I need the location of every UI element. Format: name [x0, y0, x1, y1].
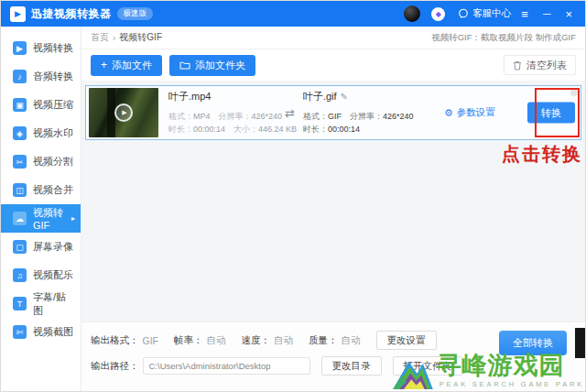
- quality-value: 自动: [342, 334, 361, 347]
- sidebar-item-subtitle-sticker[interactable]: T 字幕/贴图: [1, 289, 81, 318]
- open-folder-button[interactable]: 打开文件夹: [393, 356, 463, 376]
- add-folder-button[interactable]: 添加文件夹: [169, 55, 255, 76]
- sidebar-item-screen-record[interactable]: ▢ 屏幕录像: [1, 233, 81, 261]
- sidebar-item-label: 视频截图: [33, 325, 73, 339]
- chat-bubble-icon: [458, 8, 469, 19]
- remove-file-icon[interactable]: [570, 89, 578, 96]
- video-watermark-icon: ◈: [13, 126, 27, 140]
- source-size: 446.24 KB: [258, 125, 297, 134]
- edit-pencil-icon[interactable]: ✎: [341, 92, 348, 102]
- sidebar-item-audio-convert[interactable]: ♪ 音频转换: [1, 62, 81, 91]
- menu-icon[interactable]: ≡: [516, 8, 533, 20]
- target-file-name: 叶子.gif✎: [303, 90, 439, 103]
- video-split-icon: ✂: [13, 155, 27, 169]
- sidebar-item-video-watermark[interactable]: ◈ 视频水印: [1, 119, 81, 147]
- main-panel: 首页 › 视频转GIF 视频转GIF：截取视频片段 制作成GIF + 添加文件 …: [81, 27, 585, 392]
- quality-label: 质量：: [309, 334, 338, 347]
- sidebar-item-label: 视频水印: [33, 126, 73, 140]
- video-thumbnail[interactable]: ▶: [89, 88, 158, 137]
- sidebar-item-label: 音频转换: [33, 70, 73, 83]
- sidebar-item-video-screenshot[interactable]: ✄ 视频截图: [1, 318, 81, 346]
- output-path-label: 输出路径：: [91, 360, 139, 373]
- resolution-label: 分辨率：: [350, 112, 383, 121]
- sidebar: ▶ 视频转换 ♪ 音频转换 ▣ 视频压缩 ◈ 视频水印 ✂ 视频分割 ◫ 视频合…: [1, 27, 81, 392]
- output-path-input[interactable]: [143, 357, 310, 375]
- sidebar-item-label: 视频转GIF: [33, 206, 65, 231]
- convert-button[interactable]: 转换: [527, 103, 575, 124]
- trash-icon: [513, 60, 522, 71]
- video-screenshot-icon: ✄: [13, 325, 27, 339]
- duration-label: 时长：: [168, 125, 193, 134]
- breadcrumb-separator: ›: [113, 33, 115, 43]
- change-directory-button[interactable]: 更改目录: [321, 356, 382, 376]
- source-file-info: 叶子.mp4 格式：MP4分辨率：426*240 时长：00:00:14大小：4…: [168, 90, 285, 136]
- sidebar-item-video-to-gif[interactable]: ☁ 视频转GIF ▸: [1, 204, 81, 233]
- sidebar-item-label: 视频配乐: [33, 268, 73, 282]
- breadcrumb-current: 视频转GIF: [119, 31, 162, 44]
- change-settings-button[interactable]: 更改设置: [376, 331, 437, 350]
- output-format-value: GIF: [143, 335, 159, 346]
- speed-label: 速度：: [242, 334, 271, 347]
- sidebar-item-label: 视频压缩: [33, 98, 73, 112]
- breadcrumb-home[interactable]: 首页: [91, 31, 109, 44]
- target-duration: 00:00:14: [328, 125, 360, 134]
- fps-value: 自动: [207, 334, 226, 347]
- vip-badge-icon[interactable]: ◆: [431, 7, 445, 21]
- source-format: MP4: [193, 112, 211, 121]
- subtitle-sticker-icon: T: [13, 297, 27, 310]
- play-icon[interactable]: ▶: [114, 103, 133, 122]
- source-file-name: 叶子.mp4: [168, 90, 285, 103]
- screen-record-icon: ▢: [13, 240, 27, 254]
- version-badge: 极速版: [117, 7, 154, 20]
- video-convert-icon: ▶: [13, 41, 27, 55]
- target-resolution: 426*240: [383, 112, 414, 121]
- sidebar-item-label: 视频合并: [33, 183, 73, 197]
- target-file-info: 叶子.gif✎ 格式：GIF分辨率：426*240 时长：00:00:14: [303, 90, 439, 136]
- clear-list-button[interactable]: 清空列表: [504, 55, 576, 75]
- target-format: GIF: [328, 112, 342, 121]
- audio-convert-icon: ♪: [13, 70, 27, 83]
- convert-all-button[interactable]: 全部转换: [499, 331, 567, 355]
- sidebar-item-label: 视频转换: [33, 41, 73, 55]
- customer-service-button[interactable]: 客服中心: [458, 7, 511, 20]
- sidebar-item-label: 视频分割: [33, 155, 73, 169]
- speed-value: 自动: [274, 334, 293, 347]
- size-label: 大小：: [233, 125, 258, 134]
- video-compress-icon: ▣: [13, 98, 27, 112]
- edge-dark-bar: [575, 328, 585, 358]
- customer-service-label: 客服中心: [472, 7, 511, 20]
- video-to-gif-icon: ☁: [13, 212, 27, 225]
- file-list-area: ▶ 叶子.mp4 格式：MP4分辨率：426*240 时长：00:00:14大小…: [81, 81, 585, 321]
- video-merge-icon: ◫: [13, 183, 27, 197]
- source-resolution: 426*240: [252, 112, 283, 121]
- chevron-right-icon: ▸: [71, 214, 75, 223]
- sidebar-item-video-convert[interactable]: ▶ 视频转换: [1, 34, 81, 62]
- app-window: ▶ 迅捷视频转换器 极速版 ◆ 客服中心 ≡ ─ × ▶ 视频转换 ♪ 音频转换: [0, 0, 586, 392]
- duration-label: 时长：: [303, 125, 328, 134]
- minimize-icon[interactable]: ─: [538, 8, 556, 19]
- close-icon[interactable]: ×: [560, 8, 577, 20]
- titlebar: ▶ 迅捷视频转换器 极速版 ◆ 客服中心 ≡ ─ ×: [1, 1, 585, 27]
- swap-arrows-icon: ⇄: [285, 106, 295, 120]
- sidebar-item-video-music[interactable]: ♫ 视频配乐: [1, 261, 81, 289]
- toolbar: + 添加文件 添加文件夹 清空列表: [81, 49, 585, 81]
- user-avatar[interactable]: [404, 5, 420, 22]
- app-logo-icon: ▶: [10, 6, 26, 22]
- breadcrumb: 首页 › 视频转GIF 视频转GIF：截取视频片段 制作成GIF: [81, 27, 585, 49]
- sidebar-item-video-compress[interactable]: ▣ 视频压缩: [1, 91, 81, 119]
- format-label: 格式：: [303, 112, 328, 121]
- sidebar-item-video-split[interactable]: ✂ 视频分割: [1, 147, 81, 176]
- sidebar-item-label: 屏幕录像: [33, 240, 73, 254]
- video-music-icon: ♫: [13, 268, 27, 282]
- fps-label: 帧率：: [174, 334, 203, 347]
- sidebar-item-video-merge[interactable]: ◫ 视频合并: [1, 176, 81, 204]
- output-format-label: 输出格式：: [91, 334, 139, 347]
- click-convert-annotation: 点击转换: [502, 142, 582, 167]
- feature-hint: 视频转GIF：截取视频片段 制作成GIF: [431, 32, 576, 44]
- file-row[interactable]: ▶ 叶子.mp4 格式：MP4分辨率：426*240 时长：00:00:14大小…: [85, 85, 581, 140]
- param-settings-button[interactable]: ⚙ 参数设置: [444, 106, 495, 119]
- plus-icon: +: [101, 60, 107, 71]
- add-file-button[interactable]: + 添加文件: [91, 55, 162, 76]
- gear-icon: ⚙: [444, 107, 453, 119]
- source-duration: 00:00:14: [193, 125, 225, 134]
